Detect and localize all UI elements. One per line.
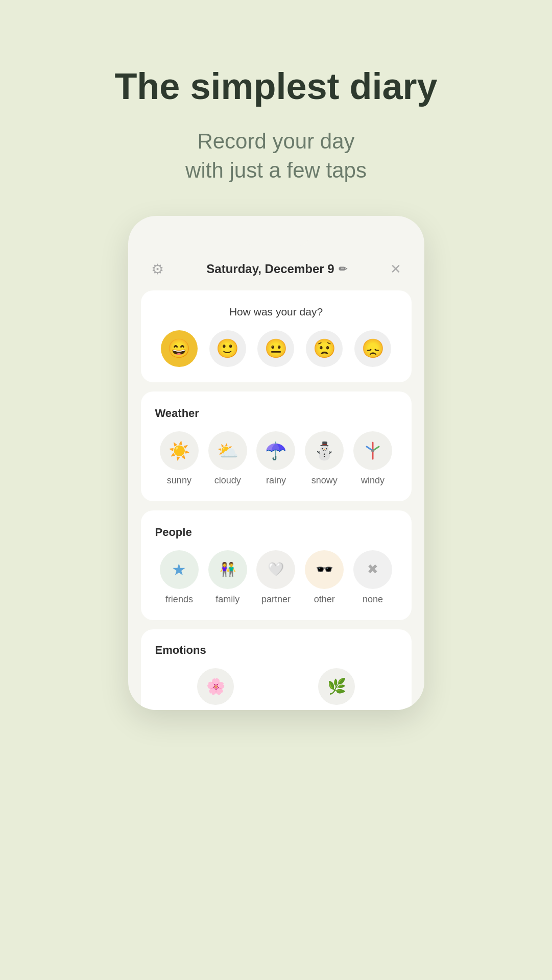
mood-question: How was your day? xyxy=(155,306,397,318)
people-none[interactable]: ✖ none xyxy=(353,550,392,605)
phone-notch xyxy=(243,231,309,246)
weather-windy-icon xyxy=(353,431,392,470)
people-friends-icon: ★ xyxy=(160,550,199,589)
emotions-card: Emotions 🌸 🌿 xyxy=(141,629,412,710)
people-friends[interactable]: ★ friends xyxy=(160,550,199,605)
header-date-container: Saturday, December 9 ✏ xyxy=(206,262,347,276)
hero-subtitle: Record your day with just a few taps xyxy=(114,127,437,185)
mood-options: 😄 🙂 😐 😟 😞 xyxy=(155,330,397,367)
emotions-title: Emotions xyxy=(155,644,397,657)
edit-icon[interactable]: ✏ xyxy=(339,263,347,275)
weather-items: ☀️ sunny ⛅ cloudy ☂️ rainy ⛄ snowy xyxy=(155,431,397,486)
people-partner-label: partner xyxy=(261,594,291,605)
people-items: ★ friends 👫 family 🤍 partner 🕶️ xyxy=(155,550,397,605)
weather-rainy-icon: ☂️ xyxy=(256,431,295,470)
weather-sunny-icon: ☀️ xyxy=(160,431,199,470)
weather-cloudy-icon: ⛅ xyxy=(208,431,247,470)
phone-header: ⚙ Saturday, December 9 ✏ ✕ xyxy=(141,256,412,290)
emotion-icon-2: 🌿 xyxy=(318,668,355,705)
mood-bad[interactable]: 😟 xyxy=(306,330,343,367)
emotion-item-2[interactable]: 🌿 xyxy=(318,668,355,705)
hero-title: The simplest diary xyxy=(114,66,437,107)
weather-rainy-label: rainy xyxy=(266,475,286,486)
weather-snowy-icon: ⛄ xyxy=(305,431,344,470)
people-none-icon: ✖ xyxy=(353,550,392,589)
weather-snowy-label: snowy xyxy=(311,475,338,486)
close-button[interactable]: ✕ xyxy=(390,261,401,277)
settings-icon[interactable]: ⚙ xyxy=(151,261,164,278)
weather-sunny[interactable]: ☀️ sunny xyxy=(160,431,199,486)
people-other[interactable]: 🕶️ other xyxy=(305,550,344,605)
hero-subtitle-line1: Record your day xyxy=(197,129,354,153)
mood-neutral[interactable]: 😐 xyxy=(257,330,294,367)
phone-mockup: ⚙ Saturday, December 9 ✏ ✕ How was your … xyxy=(128,216,424,710)
people-partner-icon: 🤍 xyxy=(256,550,295,589)
weather-cloudy[interactable]: ⛅ cloudy xyxy=(208,431,247,486)
mood-terrible[interactable]: 😞 xyxy=(354,330,391,367)
weather-windy-label: windy xyxy=(361,475,385,486)
people-title: People xyxy=(155,526,397,539)
mood-good[interactable]: 🙂 xyxy=(209,330,246,367)
weather-sunny-label: sunny xyxy=(167,475,191,486)
weather-title: Weather xyxy=(155,407,397,420)
weather-windy[interactable]: windy xyxy=(353,431,392,486)
mood-card: How was your day? 😄 🙂 😐 😟 😞 xyxy=(141,290,412,382)
people-card: People ★ friends 👫 family 🤍 partner xyxy=(141,510,412,620)
emotion-icon-1: 🌸 xyxy=(197,668,234,705)
weather-rainy[interactable]: ☂️ rainy xyxy=(256,431,295,486)
people-family[interactable]: 👫 family xyxy=(208,550,247,605)
emotion-item-1[interactable]: 🌸 xyxy=(197,668,234,705)
weather-card: Weather ☀️ sunny ⛅ cloudy ☂️ rainy ⛄ sno… xyxy=(141,391,412,501)
people-friends-label: friends xyxy=(165,594,193,605)
mood-great[interactable]: 😄 xyxy=(161,330,198,367)
people-other-icon: 🕶️ xyxy=(305,550,344,589)
header-date-text: Saturday, December 9 xyxy=(206,262,334,276)
emotions-items: 🌸 🌿 xyxy=(155,668,397,710)
weather-cloudy-label: cloudy xyxy=(214,475,241,486)
hero-subtitle-line2: with just a few taps xyxy=(185,158,367,182)
people-none-label: none xyxy=(363,594,383,605)
people-family-icon: 👫 xyxy=(208,550,247,589)
people-other-label: other xyxy=(314,594,335,605)
people-family-label: family xyxy=(215,594,239,605)
svg-point-3 xyxy=(371,449,374,452)
people-partner[interactable]: 🤍 partner xyxy=(256,550,295,605)
hero-section: The simplest diary Record your day with … xyxy=(114,0,437,216)
weather-snowy[interactable]: ⛄ snowy xyxy=(305,431,344,486)
